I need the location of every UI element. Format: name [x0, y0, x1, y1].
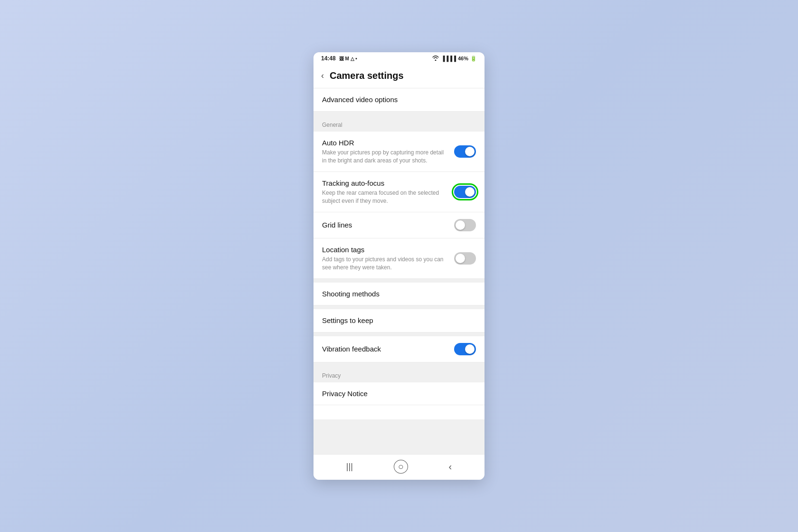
privacy-notice-text: Privacy Notice	[322, 389, 476, 399]
shooting-methods-text: Shooting methods	[322, 289, 476, 299]
privacy-notice-title: Privacy Notice	[322, 389, 470, 399]
vibration-feedback-text: Vibration feedback	[322, 344, 454, 354]
bottom-nav: ||| ○ ‹	[314, 454, 484, 480]
location-tags-text: Location tags Add tags to your pictures …	[322, 245, 454, 272]
grid-lines-title: Grid lines	[322, 220, 448, 230]
tracking-autofocus-text: Tracking auto-focus Keep the rear camera…	[322, 179, 454, 205]
tracking-autofocus-toggle[interactable]	[454, 186, 476, 198]
status-bar: 14:48 🖼 M △ • ▐▐▐▐ 46% 🔋	[314, 52, 484, 64]
shooting-methods-title: Shooting methods	[322, 289, 470, 299]
settings-to-keep-title: Settings to keep	[322, 316, 470, 325]
settings-to-keep-text: Settings to keep	[322, 316, 476, 325]
general-section-label: General	[322, 122, 342, 128]
status-time: 14:48	[321, 55, 336, 62]
auto-hdr-thumb	[465, 147, 475, 156]
tracking-autofocus-thumb	[465, 187, 475, 197]
privacy-section-divider: Privacy	[314, 366, 484, 382]
vibration-feedback-item[interactable]: Vibration feedback	[314, 336, 484, 362]
location-tags-thumb	[456, 254, 465, 263]
auto-hdr-desc: Make your pictures pop by capturing more…	[322, 149, 448, 165]
auto-hdr-item[interactable]: Auto HDR Make your pictures pop by captu…	[314, 132, 484, 172]
auto-hdr-title: Auto HDR	[322, 138, 448, 148]
grid-lines-item[interactable]: Grid lines	[314, 212, 484, 238]
battery-icon: 🔋	[470, 56, 477, 62]
tracking-autofocus-title: Tracking auto-focus	[322, 179, 448, 188]
shooting-methods-item[interactable]: Shooting methods	[314, 283, 484, 306]
location-tags-item[interactable]: Location tags Add tags to your pictures …	[314, 238, 484, 279]
tracking-autofocus-item[interactable]: Tracking auto-focus Keep the rear camera…	[314, 172, 484, 212]
location-tags-title: Location tags	[322, 245, 448, 255]
settings-to-keep-item[interactable]: Settings to keep	[314, 309, 484, 332]
signal-icon: ▐▐▐▐	[441, 56, 456, 61]
vibration-feedback-thumb	[465, 344, 475, 354]
privacy-notice-item[interactable]: Privacy Notice	[314, 382, 484, 406]
status-right: ▐▐▐▐ 46% 🔋	[432, 55, 477, 62]
home-button[interactable]: ○	[394, 460, 408, 474]
location-tags-desc: Add tags to your pictures and videos so …	[322, 256, 448, 272]
wifi-icon	[432, 55, 439, 62]
header: ‹ Camera settings	[314, 64, 484, 88]
status-icons: 🖼 M △ •	[339, 56, 357, 61]
advanced-video-options-title: Advanced video options	[322, 95, 470, 104]
recents-button[interactable]: |||	[341, 460, 359, 474]
auto-hdr-text: Auto HDR Make your pictures pop by captu…	[322, 138, 454, 165]
advanced-video-options-text: Advanced video options	[322, 95, 476, 104]
phone-frame: 14:48 🖼 M △ • ▐▐▐▐ 46% 🔋 ‹ Camera settin…	[314, 52, 484, 480]
grid-lines-text: Grid lines	[322, 220, 454, 230]
page-title: Camera settings	[330, 70, 404, 81]
privacy-section-label: Privacy	[322, 372, 341, 379]
advanced-video-options-item[interactable]: Advanced video options	[314, 88, 484, 112]
grid-lines-toggle[interactable]	[454, 219, 476, 231]
location-tags-toggle[interactable]	[454, 252, 476, 265]
tracking-autofocus-desc: Keep the rear camera focused on the sele…	[322, 189, 448, 205]
settings-content: Advanced video options General Auto HDR …	[314, 88, 484, 454]
vibration-feedback-title: Vibration feedback	[322, 344, 448, 354]
vibration-feedback-toggle[interactable]	[454, 343, 476, 355]
battery-text: 46%	[458, 56, 468, 61]
back-nav-button[interactable]: ‹	[443, 459, 457, 474]
general-section-divider: General	[314, 115, 484, 132]
back-button[interactable]: ‹	[321, 71, 324, 81]
grid-lines-thumb	[456, 220, 465, 230]
status-left: 14:48 🖼 M △ •	[321, 55, 357, 62]
auto-hdr-toggle[interactable]	[454, 145, 476, 158]
